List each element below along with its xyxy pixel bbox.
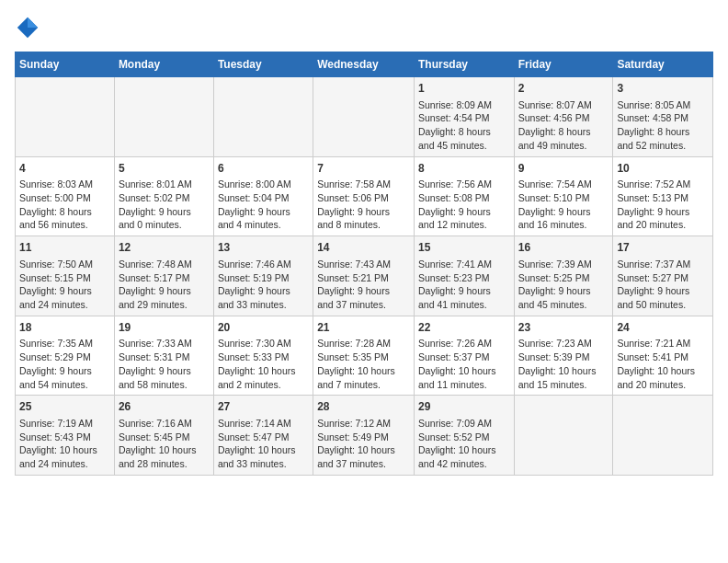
day-number: 12 <box>119 240 210 256</box>
logo <box>15 15 44 40</box>
day-info: Sunrise: 7:26 AM Sunset: 5:37 PM Dayligh… <box>418 337 510 391</box>
day-info: Sunrise: 8:00 AM Sunset: 5:04 PM Dayligh… <box>218 178 309 232</box>
calendar-cell: 15Sunrise: 7:41 AM Sunset: 5:23 PM Dayli… <box>414 236 514 316</box>
calendar-cell: 21Sunrise: 7:28 AM Sunset: 5:35 PM Dayli… <box>313 316 415 396</box>
day-number: 9 <box>518 161 609 177</box>
calendar-cell <box>514 396 613 476</box>
day-number: 23 <box>518 320 609 336</box>
calendar-cell: 9Sunrise: 7:54 AM Sunset: 5:10 PM Daylig… <box>514 156 613 236</box>
day-info: Sunrise: 7:09 AM Sunset: 5:52 PM Dayligh… <box>418 417 510 471</box>
calendar-cell <box>213 77 313 157</box>
day-number: 21 <box>317 320 410 336</box>
calendar-cell: 17Sunrise: 7:37 AM Sunset: 5:27 PM Dayli… <box>613 236 713 316</box>
day-number: 20 <box>218 320 309 336</box>
day-number: 1 <box>418 81 510 97</box>
calendar-cell: 24Sunrise: 7:21 AM Sunset: 5:41 PM Dayli… <box>613 316 713 396</box>
day-info: Sunrise: 7:23 AM Sunset: 5:39 PM Dayligh… <box>518 337 609 391</box>
calendar-cell: 1Sunrise: 8:09 AM Sunset: 4:54 PM Daylig… <box>414 77 514 157</box>
day-number: 14 <box>317 240 410 256</box>
calendar-week-5: 25Sunrise: 7:19 AM Sunset: 5:43 PM Dayli… <box>16 396 713 476</box>
day-info: Sunrise: 7:35 AM Sunset: 5:29 PM Dayligh… <box>19 337 110 391</box>
day-info: Sunrise: 8:05 AM Sunset: 4:58 PM Dayligh… <box>617 98 709 153</box>
day-info: Sunrise: 7:28 AM Sunset: 5:35 PM Dayligh… <box>317 337 410 391</box>
day-number: 5 <box>119 161 210 177</box>
day-info: Sunrise: 7:30 AM Sunset: 5:33 PM Dayligh… <box>218 337 309 391</box>
day-info: Sunrise: 7:46 AM Sunset: 5:19 PM Dayligh… <box>218 258 309 312</box>
day-number: 22 <box>418 320 510 336</box>
day-number: 28 <box>317 399 410 415</box>
day-info: Sunrise: 7:21 AM Sunset: 5:41 PM Dayligh… <box>617 337 709 391</box>
calendar-cell: 23Sunrise: 7:23 AM Sunset: 5:39 PM Dayli… <box>514 316 613 396</box>
calendar-cell: 29Sunrise: 7:09 AM Sunset: 5:52 PM Dayli… <box>414 396 514 476</box>
day-number: 18 <box>19 320 110 336</box>
day-number: 11 <box>19 240 110 256</box>
day-number: 19 <box>119 320 210 336</box>
day-info: Sunrise: 7:58 AM Sunset: 5:06 PM Dayligh… <box>317 178 410 232</box>
day-number: 8 <box>418 161 510 177</box>
day-info: Sunrise: 7:39 AM Sunset: 5:25 PM Dayligh… <box>518 258 609 312</box>
calendar-cell: 13Sunrise: 7:46 AM Sunset: 5:19 PM Dayli… <box>213 236 313 316</box>
calendar-cell: 10Sunrise: 7:52 AM Sunset: 5:13 PM Dayli… <box>613 156 713 236</box>
calendar-week-2: 4Sunrise: 8:03 AM Sunset: 5:00 PM Daylig… <box>16 156 713 236</box>
day-info: Sunrise: 7:56 AM Sunset: 5:08 PM Dayligh… <box>418 178 510 232</box>
calendar-week-1: 1Sunrise: 8:09 AM Sunset: 4:54 PM Daylig… <box>16 77 713 157</box>
day-number: 10 <box>617 161 709 177</box>
day-number: 27 <box>218 399 309 415</box>
day-info: Sunrise: 7:37 AM Sunset: 5:27 PM Dayligh… <box>617 258 709 312</box>
calendar-cell <box>114 77 213 157</box>
calendar-cell: 14Sunrise: 7:43 AM Sunset: 5:21 PM Dayli… <box>313 236 415 316</box>
day-number: 16 <box>518 240 609 256</box>
calendar-cell: 22Sunrise: 7:26 AM Sunset: 5:37 PM Dayli… <box>414 316 514 396</box>
page-header <box>15 15 713 40</box>
calendar-cell: 18Sunrise: 7:35 AM Sunset: 5:29 PM Dayli… <box>16 316 115 396</box>
calendar-cell <box>613 396 713 476</box>
day-info: Sunrise: 7:14 AM Sunset: 5:47 PM Dayligh… <box>218 417 309 471</box>
weekday-header-wednesday: Wednesday <box>313 52 415 77</box>
calendar-table: SundayMondayTuesdayWednesdayThursdayFrid… <box>15 52 713 476</box>
day-number: 26 <box>119 399 210 415</box>
day-number: 4 <box>19 161 110 177</box>
calendar-cell: 20Sunrise: 7:30 AM Sunset: 5:33 PM Dayli… <box>213 316 313 396</box>
calendar-cell: 11Sunrise: 7:50 AM Sunset: 5:15 PM Dayli… <box>16 236 115 316</box>
calendar-cell: 6Sunrise: 8:00 AM Sunset: 5:04 PM Daylig… <box>213 156 313 236</box>
day-number: 24 <box>617 320 709 336</box>
calendar-cell: 19Sunrise: 7:33 AM Sunset: 5:31 PM Dayli… <box>114 316 213 396</box>
svg-marker-1 <box>28 17 38 28</box>
day-info: Sunrise: 7:33 AM Sunset: 5:31 PM Dayligh… <box>119 337 210 391</box>
weekday-header-friday: Friday <box>514 52 613 77</box>
weekday-header-tuesday: Tuesday <box>213 52 313 77</box>
weekday-header-sunday: Sunday <box>16 52 115 77</box>
calendar-week-3: 11Sunrise: 7:50 AM Sunset: 5:15 PM Dayli… <box>16 236 713 316</box>
calendar-cell: 28Sunrise: 7:12 AM Sunset: 5:49 PM Dayli… <box>313 396 415 476</box>
day-info: Sunrise: 8:07 AM Sunset: 4:56 PM Dayligh… <box>518 98 609 153</box>
weekday-header-row: SundayMondayTuesdayWednesdayThursdayFrid… <box>16 52 713 77</box>
calendar-cell: 8Sunrise: 7:56 AM Sunset: 5:08 PM Daylig… <box>414 156 514 236</box>
day-info: Sunrise: 7:12 AM Sunset: 5:49 PM Dayligh… <box>317 417 410 471</box>
day-number: 25 <box>19 399 110 415</box>
day-info: Sunrise: 7:50 AM Sunset: 5:15 PM Dayligh… <box>19 258 110 312</box>
calendar-cell: 26Sunrise: 7:16 AM Sunset: 5:45 PM Dayli… <box>114 396 213 476</box>
day-number: 6 <box>218 161 309 177</box>
calendar-cell: 27Sunrise: 7:14 AM Sunset: 5:47 PM Dayli… <box>213 396 313 476</box>
day-info: Sunrise: 7:19 AM Sunset: 5:43 PM Dayligh… <box>19 417 110 471</box>
calendar-week-4: 18Sunrise: 7:35 AM Sunset: 5:29 PM Dayli… <box>16 316 713 396</box>
day-number: 17 <box>617 240 709 256</box>
calendar-cell: 2Sunrise: 8:07 AM Sunset: 4:56 PM Daylig… <box>514 77 613 157</box>
day-info: Sunrise: 7:48 AM Sunset: 5:17 PM Dayligh… <box>119 258 210 312</box>
calendar-cell: 3Sunrise: 8:05 AM Sunset: 4:58 PM Daylig… <box>613 77 713 157</box>
weekday-header-monday: Monday <box>114 52 213 77</box>
weekday-header-saturday: Saturday <box>613 52 713 77</box>
calendar-cell: 7Sunrise: 7:58 AM Sunset: 5:06 PM Daylig… <box>313 156 415 236</box>
calendar-cell: 12Sunrise: 7:48 AM Sunset: 5:17 PM Dayli… <box>114 236 213 316</box>
calendar-cell: 5Sunrise: 8:01 AM Sunset: 5:02 PM Daylig… <box>114 156 213 236</box>
calendar-cell <box>16 77 115 157</box>
day-info: Sunrise: 7:41 AM Sunset: 5:23 PM Dayligh… <box>418 258 510 312</box>
day-info: Sunrise: 7:52 AM Sunset: 5:13 PM Dayligh… <box>617 178 709 232</box>
day-number: 13 <box>218 240 309 256</box>
day-number: 2 <box>518 81 609 97</box>
calendar-cell: 4Sunrise: 8:03 AM Sunset: 5:00 PM Daylig… <box>16 156 115 236</box>
day-number: 7 <box>317 161 410 177</box>
day-number: 29 <box>418 399 510 415</box>
calendar-cell: 16Sunrise: 7:39 AM Sunset: 5:25 PM Dayli… <box>514 236 613 316</box>
day-number: 3 <box>617 81 709 97</box>
